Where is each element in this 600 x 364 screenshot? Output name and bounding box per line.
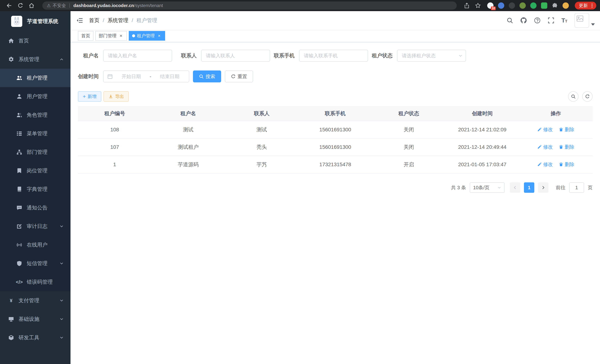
search-icon: [571, 94, 576, 99]
sidebar-item-label: 字典管理: [27, 186, 47, 193]
sidebar-item-pay-yen[interactable]: ¥支付管理: [0, 291, 71, 310]
phone-input[interactable]: [299, 50, 368, 62]
sidebar-item-errcode[interactable]: </>错误码管理: [0, 273, 71, 291]
home-icon[interactable]: [28, 3, 35, 9]
breadcrumb: 首页/系统管理/租户管理: [89, 17, 157, 24]
search-icon[interactable]: [506, 17, 513, 24]
breadcrumb-item[interactable]: 系统管理: [108, 17, 128, 24]
reset-button-label: 重置: [237, 73, 247, 80]
add-button[interactable]: + 新增: [78, 91, 101, 102]
sidebar-item-infra-monitor[interactable]: 基础设施: [0, 310, 71, 328]
fullscreen-icon[interactable]: [548, 17, 554, 24]
prev-page-button[interactable]: [510, 182, 520, 193]
cell-phone: 15601691300: [299, 121, 372, 138]
tab-item[interactable]: 首页: [78, 31, 94, 41]
sidebar-item-home[interactable]: 首页: [0, 32, 71, 50]
next-page-button[interactable]: [538, 182, 548, 193]
sidebar-item-devtool-box[interactable]: 研发工具: [0, 328, 71, 347]
contact-input[interactable]: [201, 50, 270, 62]
url-bar[interactable]: ⚠ 不安全 dashboard.yudao.iocoder.cn/system/…: [42, 1, 457, 10]
table-header-cell: 联系人: [225, 106, 299, 121]
extension-olive-icon[interactable]: [519, 2, 526, 9]
insecure-label: 不安全: [53, 3, 66, 9]
role-icon: [16, 112, 22, 118]
notice-chat-icon: [16, 205, 22, 211]
status-select[interactable]: [397, 50, 466, 62]
extension-grid-icon[interactable]: 10: [487, 2, 494, 9]
cell-created: 2021-12-14 20:49:44: [445, 138, 519, 156]
sidebar-item-dict-book[interactable]: 字典管理: [0, 180, 71, 198]
sidebar-item-dept-tree[interactable]: 部门管理: [0, 143, 71, 161]
extension-dark-icon[interactable]: [509, 2, 515, 9]
tenant-name-input[interactable]: [103, 50, 172, 62]
edit-button[interactable]: 修改: [537, 126, 553, 133]
sidebar: 芋道管理系统 首页系统管理租户管理用户管理角色管理菜单管理部门管理岗位管理字典管…: [0, 11, 71, 364]
tab-close-icon[interactable]: ×: [157, 33, 162, 38]
extension-green-chat-icon[interactable]: [541, 2, 547, 9]
export-button[interactable]: 导出: [103, 91, 129, 102]
delete-button[interactable]: 删除: [559, 161, 574, 168]
sidebar-item-post-badge[interactable]: 岗位管理: [0, 161, 71, 180]
chevron-down-icon: [59, 224, 64, 229]
back-icon[interactable]: [6, 3, 12, 9]
tab-close-icon[interactable]: ×: [118, 33, 123, 38]
warning-icon: ⚠: [47, 3, 51, 8]
kebab-menu-icon[interactable]: [590, 3, 594, 8]
breadcrumb-item[interactable]: 首页: [89, 17, 99, 24]
create-time-label: 创建时间: [78, 73, 99, 80]
status-select-input[interactable]: [397, 50, 466, 62]
table-header-cell: 操作: [519, 106, 593, 121]
refresh-icon: [585, 94, 590, 99]
tab-item[interactable]: 部门管理×: [95, 31, 127, 41]
sidebar-item-label: 租户管理: [27, 75, 47, 82]
reset-button[interactable]: 重置: [225, 71, 253, 82]
sidebar-item-label: 基础设施: [19, 316, 39, 323]
edit-button[interactable]: 修改: [537, 144, 553, 150]
cell-actions: 修改删除: [519, 156, 593, 173]
sidebar-item-role[interactable]: 角色管理: [0, 106, 71, 124]
tab-item[interactable]: 租户管理×: [129, 31, 165, 41]
goto-label: 前往: [556, 184, 565, 191]
sidebar-item-notice-chat[interactable]: 通知公告: [0, 198, 71, 217]
logo-rabbit-icon: [11, 16, 22, 27]
hamburger-icon[interactable]: [76, 17, 84, 24]
help-icon[interactable]: [534, 17, 541, 24]
refresh-table-button[interactable]: [582, 91, 593, 102]
sidebar-item-audit-edit[interactable]: 审计日志: [0, 217, 71, 236]
search-icon: [199, 74, 204, 79]
sidebar-item-user[interactable]: 用户管理: [0, 87, 71, 106]
search-toggle-button[interactable]: [568, 91, 579, 102]
search-button[interactable]: 搜索: [193, 71, 221, 82]
goto-page-input[interactable]: [569, 182, 584, 193]
edit-button[interactable]: 修改: [537, 161, 553, 168]
phone-label: 联系手机: [274, 52, 295, 59]
current-page[interactable]: 1: [524, 182, 534, 193]
pagination: 共 3 条 10条/页 1 前往 页: [78, 182, 593, 193]
online-signal-icon: [16, 242, 22, 248]
avatar-dropdown[interactable]: [574, 13, 595, 28]
extension-blue-shield-icon[interactable]: [498, 2, 504, 9]
sidebar-logo[interactable]: 芋道管理系统: [0, 11, 71, 32]
add-button-label: 新增: [88, 93, 96, 99]
chevron-down-icon: [59, 336, 64, 340]
page-size-select[interactable]: 10条/页: [470, 182, 505, 193]
github-icon[interactable]: [520, 17, 527, 24]
sidebar-item-online-signal[interactable]: 在线用户: [0, 236, 71, 254]
sidebar-item-gear[interactable]: 系统管理: [0, 50, 71, 69]
reload-icon[interactable]: [18, 3, 23, 9]
delete-button[interactable]: 删除: [559, 126, 574, 133]
sidebar-item-sms-shield[interactable]: 短信管理: [0, 254, 71, 273]
extension-green-y-icon[interactable]: [530, 2, 536, 9]
avatar[interactable]: [574, 13, 589, 28]
profile-avatar-icon[interactable]: [562, 2, 569, 9]
browser-toolbar: ⚠ 不安全 dashboard.yudao.iocoder.cn/system/…: [0, 0, 600, 11]
delete-button[interactable]: 删除: [559, 144, 574, 150]
sidebar-item-tenant[interactable]: 租户管理: [0, 69, 71, 87]
extensions-puzzle-icon[interactable]: [552, 2, 558, 9]
bookmark-star-icon[interactable]: [475, 3, 481, 9]
update-button[interactable]: 更新: [575, 2, 596, 9]
sidebar-item-menu-list[interactable]: 菜单管理: [0, 124, 71, 143]
font-size-icon[interactable]: TT: [562, 18, 567, 23]
share-icon[interactable]: [464, 3, 470, 9]
date-range-picker[interactable]: 开始日期 - 结束日期: [103, 71, 189, 82]
